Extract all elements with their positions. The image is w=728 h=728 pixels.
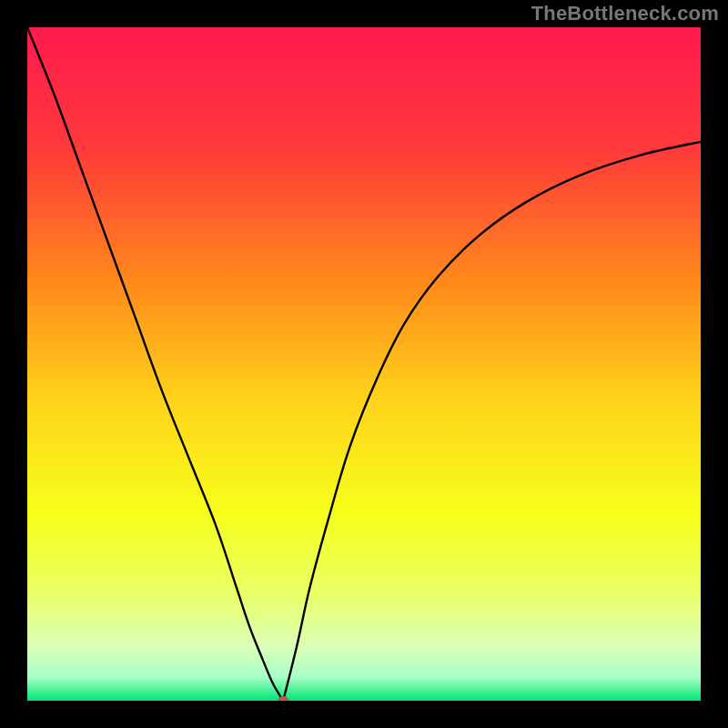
gradient-background — [27, 27, 701, 701]
watermark-text: TheBottleneck.com — [531, 2, 719, 25]
bottleneck-chart — [27, 27, 701, 701]
chart-container: TheBottleneck.com — [0, 0, 728, 728]
